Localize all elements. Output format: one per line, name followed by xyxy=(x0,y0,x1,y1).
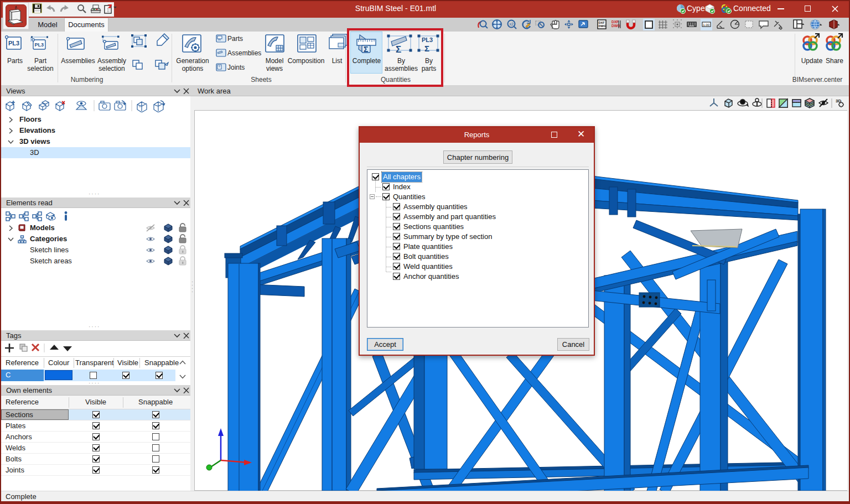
svg-text:DXF: DXF xyxy=(611,20,619,24)
svg-text:PL3: PL3 xyxy=(8,40,19,46)
svg-text:DWG: DWG xyxy=(599,24,606,28)
svg-text:PL3: PL3 xyxy=(35,42,44,48)
svg-text:x2: x2 xyxy=(510,22,514,26)
svg-text:1.00: 1.00 xyxy=(703,23,709,27)
